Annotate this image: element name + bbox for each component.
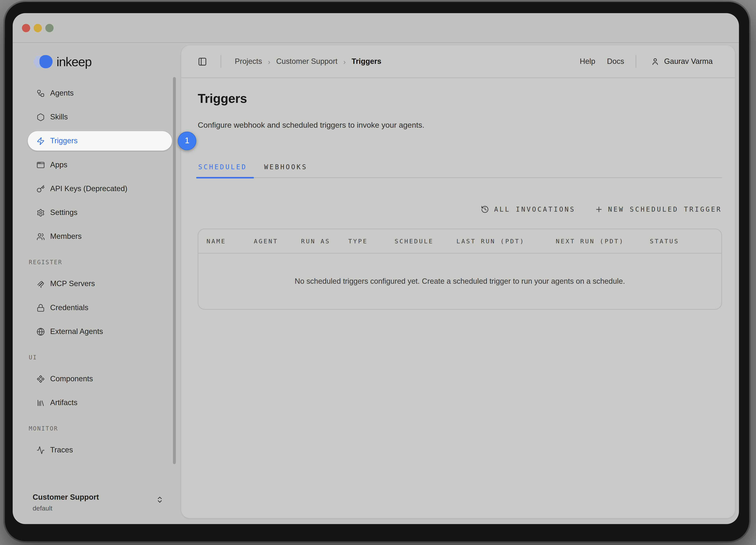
button-label: ALL INVOCATIONS	[494, 205, 575, 213]
lock-icon	[37, 304, 45, 312]
button-label: NEW SCHEDULED TRIGGER	[608, 205, 722, 213]
sidebar-item-external-agents[interactable]: External Agents	[28, 322, 172, 341]
sidebar: inkeep Agents Skills Triggers Apps	[13, 42, 181, 524]
activity-icon	[37, 446, 45, 454]
sidebar-item-traces[interactable]: Traces	[28, 440, 172, 460]
mcp-icon	[37, 280, 45, 288]
sidebar-item-apps[interactable]: Apps	[28, 155, 172, 174]
minimize-button[interactable]	[34, 24, 42, 32]
history-icon	[481, 205, 489, 213]
breadcrumb-triggers: Triggers	[352, 57, 381, 66]
sidebar-item-label: Apps	[50, 160, 67, 169]
column-header-last-run: LAST RUN (PDT)	[456, 237, 556, 245]
page-content: Triggers Configure webhook and scheduled…	[181, 91, 735, 310]
column-header-run-as: RUN AS	[301, 237, 348, 245]
logo-text: inkeep	[57, 56, 92, 68]
user-menu[interactable]: Gaurav Varma	[651, 57, 712, 66]
sidebar-item-credentials[interactable]: Credentials	[28, 298, 172, 318]
sidebar-item-label: MCP Servers	[50, 280, 95, 288]
sidebar-item-label: External Agents	[50, 327, 103, 336]
sidebar-item-label: Agents	[50, 89, 74, 97]
chevron-right-icon: ›	[268, 57, 270, 66]
app-window-icon	[37, 160, 45, 169]
inkeep-logo: inkeep	[33, 55, 181, 69]
table-empty-state: No scheduled triggers configured yet. Cr…	[198, 253, 721, 309]
sidebar-item-label: API Keys (Deprecated)	[50, 184, 127, 193]
user-name: Gaurav Varma	[664, 57, 713, 66]
sidebar-item-skills[interactable]: Skills	[28, 107, 172, 127]
titlebar	[13, 13, 739, 43]
column-header-agent: AGENT	[254, 237, 301, 245]
all-invocations-button[interactable]: ALL INVOCATIONS	[481, 205, 575, 213]
chevron-right-icon: ›	[343, 57, 346, 66]
sidebar-item-triggers[interactable]: Triggers	[28, 131, 172, 151]
gear-icon	[37, 208, 45, 217]
workflow-icon	[37, 89, 45, 97]
section-header-register: REGISTER	[29, 258, 172, 266]
sidebar-item-label: Traces	[50, 446, 73, 454]
screenshot-stage: inkeep Agents Skills Triggers Apps	[0, 0, 756, 545]
main-panel: Projects › Customer Support › Triggers H…	[181, 45, 735, 518]
sidebar-item-mcp-servers[interactable]: MCP Servers	[28, 274, 172, 294]
user-icon	[651, 57, 660, 66]
sidebar-nav: Agents Skills Triggers Apps API Keys (De…	[28, 83, 172, 460]
new-scheduled-trigger-button[interactable]: NEW SCHEDULED TRIGGER	[595, 205, 722, 213]
breadcrumb-customer-support[interactable]: Customer Support	[276, 57, 337, 66]
breadcrumb-projects[interactable]: Projects	[235, 57, 262, 66]
sidebar-item-label: Triggers	[50, 136, 78, 145]
sidebar-item-artifacts[interactable]: Artifacts	[28, 393, 172, 412]
sidebar-item-label: Settings	[50, 208, 78, 217]
project-switcher[interactable]: Customer Support default	[33, 492, 170, 512]
zoom-button[interactable]	[45, 24, 54, 32]
project-environment: default	[33, 505, 170, 513]
tab-scheduled[interactable]: SCHEDULED	[198, 163, 248, 177]
sidebar-item-members[interactable]: Members	[28, 227, 172, 246]
help-link[interactable]: Help	[580, 57, 595, 66]
header-divider	[636, 55, 636, 68]
sidebar-item-agents[interactable]: Agents	[28, 83, 172, 103]
users-icon	[37, 232, 45, 240]
tab-webhooks[interactable]: WEBHOOKS	[264, 163, 308, 177]
close-button[interactable]	[22, 24, 30, 32]
app-window: inkeep Agents Skills Triggers Apps	[13, 13, 739, 524]
header-divider	[221, 55, 221, 68]
hexagon-icon	[37, 113, 45, 121]
library-icon	[37, 399, 45, 407]
panel-left-icon[interactable]	[198, 57, 207, 66]
sidebar-item-label: Credentials	[50, 303, 88, 312]
column-header-name: NAME	[207, 237, 254, 245]
breadcrumb: Projects › Customer Support › Triggers	[221, 55, 381, 68]
sidebar-item-components[interactable]: Components	[28, 369, 172, 389]
table-header-row: NAME AGENT RUN AS TYPE SCHEDULE LAST RUN…	[198, 229, 721, 253]
sidebar-scrollbar[interactable]	[173, 77, 176, 464]
sidebar-item-settings[interactable]: Settings	[28, 203, 172, 222]
sidebar-item-label: Components	[50, 374, 93, 383]
column-header-next-run: NEXT RUN (PDT)	[556, 237, 650, 245]
section-header-monitor: MONITOR	[29, 425, 172, 433]
column-header-schedule: SCHEDULE	[395, 237, 456, 245]
project-name: Customer Support	[33, 492, 170, 502]
triggers-table: NAME AGENT RUN AS TYPE SCHEDULE LAST RUN…	[198, 228, 722, 310]
plus-icon	[595, 205, 603, 213]
annotation-badge-1: 1	[178, 132, 196, 150]
docs-link[interactable]: Docs	[607, 57, 624, 66]
chevrons-up-down-icon	[156, 496, 164, 504]
sidebar-item-label: Members	[50, 232, 82, 241]
tab-bar: SCHEDULED WEBHOOKS	[198, 163, 722, 178]
panel-header: Projects › Customer Support › Triggers H…	[181, 45, 735, 78]
page-description: Configure webhook and scheduled triggers…	[198, 120, 722, 130]
key-icon	[37, 184, 45, 193]
sidebar-item-label: Artifacts	[50, 398, 78, 407]
sidebar-item-label: Skills	[50, 113, 68, 121]
column-header-status: STATUS	[650, 237, 679, 245]
page-title: Triggers	[198, 91, 722, 106]
section-header-ui: UI	[29, 354, 172, 361]
column-header-type: TYPE	[348, 237, 395, 245]
actions-row: ALL INVOCATIONS NEW SCHEDULED TRIGGER	[198, 203, 722, 215]
globe-icon	[37, 327, 45, 336]
component-icon	[37, 375, 45, 383]
zap-icon	[37, 137, 45, 145]
inkeep-logo-mark-icon	[33, 55, 54, 69]
sidebar-item-api-keys[interactable]: API Keys (Deprecated)	[28, 179, 172, 198]
